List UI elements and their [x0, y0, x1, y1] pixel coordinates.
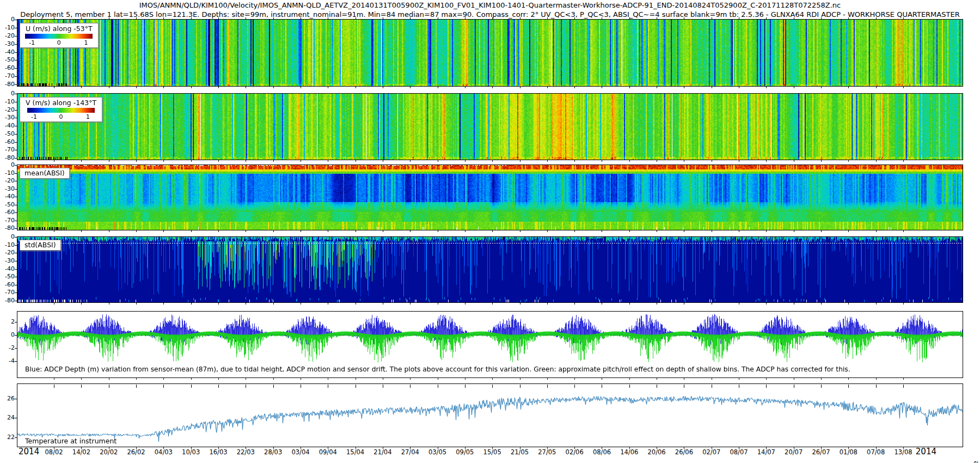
- y-tick-label: -20: [0, 249, 15, 256]
- x-tick-mark: [438, 303, 438, 304]
- mean-absi-heatmap: [17, 165, 963, 230]
- x-tick-mark: [218, 87, 219, 88]
- x-tick-mark: [492, 87, 493, 88]
- y-tick-mark: [15, 20, 17, 20]
- x-tick-mark: [657, 385, 657, 388]
- x-tick-mark: [191, 160, 192, 162]
- x-tick-mark: [766, 160, 767, 162]
- x-tick-label: 20/02: [96, 448, 122, 456]
- y-tick-label: -80: [0, 297, 15, 304]
- x-tick-mark: [739, 17, 739, 19]
- y-tick-mark: [15, 84, 17, 85]
- x-tick-mark: [492, 303, 493, 304]
- x-tick-mark: [301, 447, 301, 449]
- x-tick-mark: [356, 385, 356, 388]
- x-tick-mark: [438, 17, 438, 19]
- y-tick-mark: [15, 361, 17, 362]
- y-tick-label: -10: [0, 99, 15, 105]
- x-tick-mark: [273, 303, 274, 304]
- x-tick-mark: [136, 303, 137, 304]
- x-tick-mark: [547, 87, 548, 88]
- x-tick-mark: [465, 385, 465, 388]
- x-tick-mark: [602, 447, 602, 449]
- x-tick-mark: [356, 160, 356, 162]
- x-tick-mark: [629, 447, 630, 449]
- x-tick-mark: [520, 378, 520, 380]
- x-tick-mark: [54, 230, 54, 232]
- x-tick-mark: [547, 17, 548, 19]
- x-tick-mark: [766, 385, 767, 388]
- x-tick-mark: [218, 378, 219, 380]
- x-tick-mark: [492, 17, 493, 19]
- x-tick-mark: [109, 385, 109, 388]
- x-tick-mark: [684, 385, 684, 388]
- x-tick-mark: [163, 160, 164, 162]
- x-tick-mark: [903, 87, 904, 88]
- panel-u-velocity: [17, 19, 963, 87]
- x-tick-mark: [520, 17, 520, 19]
- x-tick-mark: [438, 87, 438, 88]
- x-tick-mark: [273, 385, 274, 388]
- x-tick-mark: [246, 385, 246, 388]
- y-tick-label: -80: [0, 81, 15, 88]
- y-tick-mark: [15, 158, 17, 159]
- x-tick-mark: [54, 160, 54, 162]
- x-tick-mark: [848, 160, 849, 162]
- y-tick-mark: [15, 228, 17, 229]
- imos-watermark: © IMOS 14-Dec-2025 13:33:46 Hobart time: [971, 461, 979, 463]
- x-tick-mark: [903, 17, 904, 19]
- y-tick-label: -70: [0, 289, 15, 296]
- x-tick-mark: [136, 17, 137, 19]
- x-tick-mark: [629, 378, 630, 380]
- x-tick-mark: [246, 378, 246, 380]
- x-tick-label: 01/08: [835, 448, 861, 456]
- y-tick-label: -20: [0, 178, 15, 184]
- x-tick-label: 26/06: [671, 448, 697, 456]
- x-tick-mark: [629, 87, 630, 88]
- x-tick-mark: [383, 87, 383, 88]
- x-tick-mark: [574, 87, 575, 88]
- x-tick-mark: [739, 378, 739, 380]
- y-tick-mark: [15, 142, 17, 143]
- y-tick-label: 0: [0, 162, 15, 168]
- y-tick-mark: [15, 348, 17, 349]
- x-tick-mark: [328, 160, 328, 162]
- y-tick-mark: [15, 335, 17, 336]
- y-tick-label: -40: [0, 49, 15, 56]
- x-tick-mark: [657, 230, 657, 232]
- x-tick-label: 03/05: [425, 448, 451, 456]
- x-tick-mark: [574, 230, 575, 232]
- panel-temperature: [17, 383, 963, 447]
- x-tick-mark: [273, 160, 274, 162]
- v-colorbar: [27, 108, 95, 113]
- x-tick-mark: [876, 17, 877, 19]
- x-tick-mark: [574, 17, 575, 19]
- x-tick-mark: [492, 447, 493, 449]
- y-tick-label: -70: [0, 147, 15, 153]
- x-tick-mark: [876, 447, 877, 449]
- x-tick-mark: [136, 230, 137, 232]
- x-tick-mark: [574, 378, 575, 380]
- x-tick-mark: [328, 87, 328, 88]
- x-tick-mark: [712, 378, 712, 380]
- x-tick-mark: [492, 160, 493, 162]
- colorbar-tick-label: 1: [84, 39, 88, 46]
- x-tick-mark: [81, 87, 82, 88]
- x-tick-mark: [246, 17, 246, 19]
- x-tick-mark: [163, 303, 164, 304]
- x-tick-mark: [848, 378, 849, 380]
- colorbar-tick-label: 0: [59, 113, 63, 120]
- y-tick-mark: [15, 173, 17, 174]
- x-tick-mark: [629, 385, 630, 388]
- x-tick-mark: [602, 385, 602, 388]
- y-tick-label: -60: [0, 65, 15, 71]
- x-tick-label: 02/07: [699, 448, 725, 456]
- x-tick-label: 26/07: [808, 448, 834, 456]
- y-tick-mark: [15, 102, 17, 102]
- x-tick-mark: [410, 160, 411, 162]
- x-tick-mark: [520, 230, 520, 232]
- x-tick-label: 15/04: [342, 448, 369, 456]
- x-tick-mark: [712, 447, 712, 449]
- x-tick-mark: [602, 160, 602, 162]
- y-tick-mark: [15, 52, 17, 53]
